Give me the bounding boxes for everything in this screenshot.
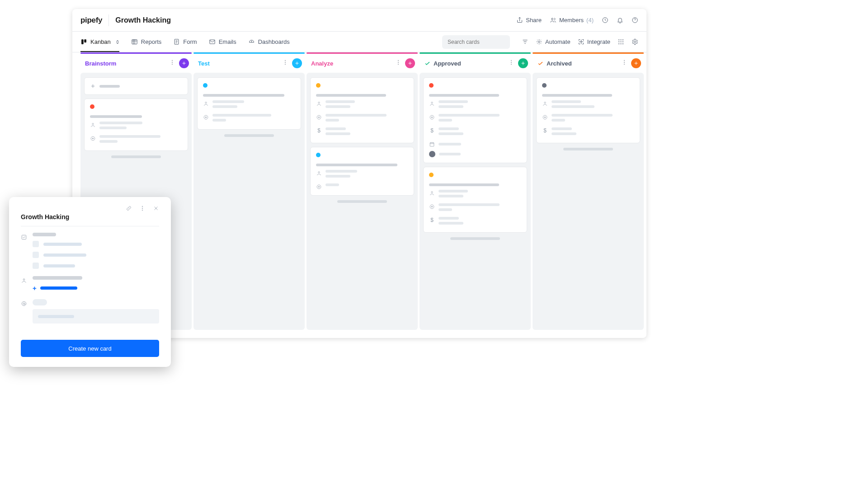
tab-dashboards[interactable]: Dashboards <box>248 32 290 52</box>
column-menu-button[interactable] <box>507 58 515 68</box>
column-footer-placeholder <box>563 148 613 150</box>
add-card-button[interactable] <box>405 58 415 68</box>
column-body <box>193 73 305 330</box>
checkbox-option[interactable] <box>33 252 159 258</box>
members-button[interactable]: Members (4) <box>550 17 594 23</box>
column-menu-button[interactable] <box>620 58 628 68</box>
svg-point-17 <box>621 43 622 44</box>
kanban-card[interactable] <box>197 77 301 130</box>
column-archived: Archived $ <box>533 52 644 330</box>
svg-point-26 <box>285 60 286 61</box>
add-card-button[interactable] <box>631 58 641 68</box>
person-icon <box>90 122 96 128</box>
new-card-trigger[interactable] <box>84 77 188 95</box>
person-icon <box>429 190 435 196</box>
column-title: Approved <box>434 60 505 67</box>
svg-point-13 <box>618 42 619 42</box>
person-icon <box>21 277 27 284</box>
svg-point-14 <box>621 42 622 42</box>
radio-icon <box>542 114 548 120</box>
column-header: Test <box>193 54 305 73</box>
modal-field-checklist <box>21 233 159 269</box>
add-assignee-link[interactable]: + <box>33 284 159 292</box>
view-selector-icon[interactable] <box>116 40 119 44</box>
check-icon <box>537 60 544 67</box>
tab-form[interactable]: Form <box>173 32 197 52</box>
kanban-card[interactable]: $ <box>423 167 527 233</box>
checkbox-option[interactable] <box>33 241 159 247</box>
column-test: Test <box>193 52 305 330</box>
column-menu-button[interactable] <box>394 58 402 68</box>
tab-emails-label: Emails <box>219 38 236 45</box>
tab-kanban-label: Kanban <box>90 38 111 45</box>
svg-rect-4 <box>85 40 86 42</box>
svg-point-38 <box>318 172 320 173</box>
apps-icon[interactable] <box>618 38 624 45</box>
column-analyze: Analyze $ <box>307 52 418 330</box>
add-card-button[interactable] <box>292 58 302 68</box>
kanban-card[interactable]: $ <box>310 77 414 143</box>
link-icon[interactable] <box>126 205 132 211</box>
filter-icon[interactable] <box>522 38 528 45</box>
person-icon <box>542 101 548 107</box>
column-footer-placeholder <box>337 200 387 203</box>
svg-point-43 <box>511 64 512 65</box>
column-menu-button[interactable] <box>168 58 176 68</box>
column-menu-button[interactable] <box>281 58 289 68</box>
automate-icon <box>536 38 542 45</box>
person-icon <box>316 170 322 176</box>
logo-text: pipefy <box>80 16 102 25</box>
column-header: Archived <box>533 54 644 73</box>
column-header: Brainstorm <box>80 54 192 73</box>
dashboards-icon <box>248 38 255 45</box>
svg-point-51 <box>624 60 625 61</box>
share-button[interactable]: Share <box>516 17 542 23</box>
kanban-card[interactable]: $ <box>536 77 640 143</box>
gear-icon[interactable] <box>632 38 638 45</box>
help-icon[interactable] <box>632 17 638 23</box>
svg-point-35 <box>318 102 320 103</box>
svg-point-21 <box>172 62 173 63</box>
svg-point-11 <box>621 39 622 40</box>
tab-emails[interactable]: Emails <box>209 32 236 52</box>
tab-kanban[interactable]: Kanban <box>80 32 119 52</box>
email-input[interactable] <box>33 309 159 324</box>
integrate-icon <box>578 38 585 45</box>
priority-dot <box>542 83 547 88</box>
integrate-button[interactable]: Integrate <box>578 38 610 45</box>
svg-point-23 <box>92 123 94 125</box>
close-icon[interactable] <box>153 205 159 211</box>
members-count: (4) <box>586 17 594 23</box>
priority-dot <box>316 153 321 157</box>
tab-form-label: Form <box>183 38 197 45</box>
kanban-card[interactable] <box>310 147 414 196</box>
search-box[interactable] <box>442 35 510 49</box>
at-icon <box>21 300 27 307</box>
svg-point-22 <box>172 64 173 65</box>
column-footer-placeholder <box>450 237 500 240</box>
svg-rect-47 <box>430 143 434 146</box>
tab-reports[interactable]: Reports <box>131 32 162 52</box>
bell-icon[interactable] <box>617 17 623 23</box>
column-header: Analyze <box>307 54 418 73</box>
add-card-button[interactable] <box>179 58 189 68</box>
svg-point-57 <box>142 206 143 207</box>
kanban-card[interactable] <box>84 99 188 151</box>
svg-point-34 <box>398 64 399 65</box>
svg-point-56 <box>544 117 545 117</box>
column-title: Brainstorm <box>85 60 165 67</box>
dollar-icon: $ <box>429 127 435 134</box>
kanban-card[interactable]: $ <box>423 77 527 163</box>
svg-point-54 <box>544 102 546 103</box>
checkbox-option[interactable] <box>33 263 159 269</box>
search-input[interactable] <box>447 38 516 46</box>
more-icon[interactable] <box>139 205 146 211</box>
svg-point-48 <box>431 192 433 193</box>
dollar-icon: $ <box>316 127 322 134</box>
form-icon <box>173 38 180 45</box>
add-card-button[interactable] <box>518 58 528 68</box>
history-icon[interactable] <box>602 17 609 23</box>
create-card-button[interactable]: Create new card <box>21 340 159 357</box>
automate-button[interactable]: Automate <box>536 38 571 45</box>
svg-point-42 <box>511 62 512 63</box>
